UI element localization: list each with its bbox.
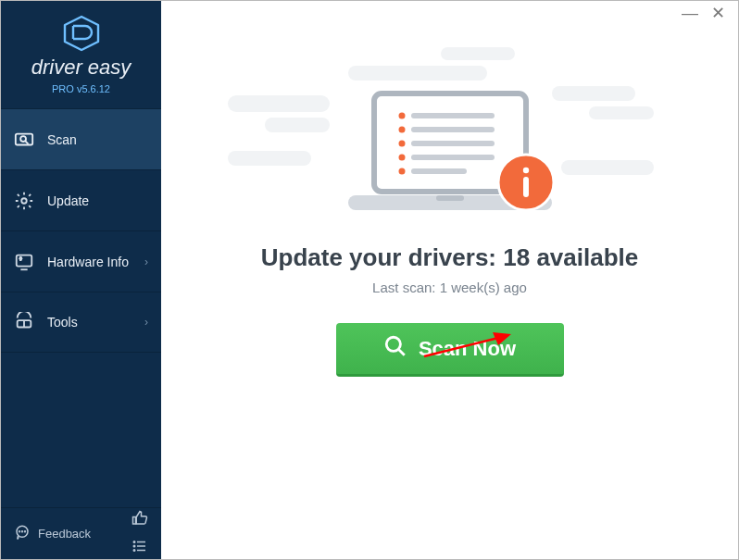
svg-point-21 xyxy=(133,549,135,551)
sidebar-item-scan[interactable]: Scan xyxy=(1,108,161,169)
sidebar-item-hardware[interactable]: i Hardware Info › xyxy=(1,230,161,292)
svg-point-38 xyxy=(522,168,528,173)
svg-point-15 xyxy=(25,530,26,531)
last-scan-value: 1 week(s) ago xyxy=(440,280,527,295)
brand-logo-icon xyxy=(61,15,102,56)
svg-point-40 xyxy=(386,337,400,351)
svg-line-4 xyxy=(25,141,28,143)
minimize-button[interactable]: — xyxy=(682,6,698,27)
brand-version: PRO v5.6.12 xyxy=(52,83,110,94)
gear-icon xyxy=(14,191,34,211)
svg-point-19 xyxy=(133,545,135,547)
sidebar: driver easy PRO v5.6.12 Scan xyxy=(1,1,161,559)
svg-point-30 xyxy=(398,141,405,147)
sidebar-item-label: Update xyxy=(47,193,148,208)
chat-icon xyxy=(14,524,31,544)
svg-point-32 xyxy=(398,155,405,161)
svg-point-14 xyxy=(22,530,23,531)
window-controls: — ✕ xyxy=(682,1,738,27)
sidebar-item-label: Scan xyxy=(47,132,148,147)
svg-marker-0 xyxy=(65,17,98,50)
svg-rect-25 xyxy=(436,195,464,201)
headline: Update your drivers: 18 available xyxy=(261,243,639,272)
sidebar-nav: Scan Update i xyxy=(1,108,161,353)
monitor-info-icon: i xyxy=(14,252,34,272)
chevron-right-icon: › xyxy=(144,255,148,268)
svg-rect-6 xyxy=(17,255,32,266)
sidebar-item-label: Hardware Info xyxy=(47,255,132,269)
sidebar-item-tools[interactable]: Tools › xyxy=(1,292,161,353)
svg-line-41 xyxy=(398,349,404,355)
svg-rect-29 xyxy=(411,127,495,132)
main-panel: Update your drivers: 18 available Last s… xyxy=(161,1,738,559)
logo-block: driver easy PRO v5.6.12 xyxy=(1,1,161,108)
svg-rect-35 xyxy=(411,168,467,174)
svg-point-3 xyxy=(20,136,26,142)
svg-point-13 xyxy=(19,530,20,531)
info-badge-icon xyxy=(498,155,554,210)
headline-suffix: available xyxy=(530,243,638,271)
svg-rect-39 xyxy=(523,177,529,197)
svg-text:i: i xyxy=(20,256,21,260)
footer-icons xyxy=(132,510,148,558)
scan-icon xyxy=(14,130,34,150)
sidebar-footer: Feedback xyxy=(1,507,161,559)
last-scan-text: Last scan: 1 week(s) ago xyxy=(372,280,527,295)
scan-now-button[interactable]: Scan Now xyxy=(336,323,564,377)
thumbs-up-icon[interactable] xyxy=(132,510,148,530)
chevron-right-icon: › xyxy=(144,316,148,329)
svg-rect-31 xyxy=(411,141,495,146)
feedback-label: Feedback xyxy=(38,527,91,541)
app-window: — ✕ driver easy PRO v5.6.12 xyxy=(0,0,739,560)
sidebar-item-label: Tools xyxy=(47,315,132,330)
laptop-icon xyxy=(330,86,570,225)
brand-name: driver easy xyxy=(31,56,132,80)
svg-rect-16 xyxy=(133,516,136,524)
sidebar-item-update[interactable]: Update xyxy=(1,169,161,230)
svg-point-17 xyxy=(133,541,135,542)
available-count: 18 xyxy=(503,243,530,271)
svg-rect-27 xyxy=(411,113,495,118)
scan-now-label: Scan Now xyxy=(419,337,516,361)
svg-point-5 xyxy=(21,198,27,204)
svg-point-26 xyxy=(398,113,405,119)
svg-point-34 xyxy=(398,168,405,175)
tools-icon xyxy=(14,312,34,332)
menu-list-icon[interactable] xyxy=(132,538,148,558)
headline-prefix: Update your drivers: xyxy=(261,243,504,271)
laptop-illustration xyxy=(302,86,598,225)
close-button[interactable]: ✕ xyxy=(711,6,725,27)
svg-point-28 xyxy=(398,127,405,133)
magnifier-icon xyxy=(383,334,407,364)
feedback-button[interactable]: Feedback xyxy=(14,524,91,544)
svg-rect-33 xyxy=(411,155,495,160)
